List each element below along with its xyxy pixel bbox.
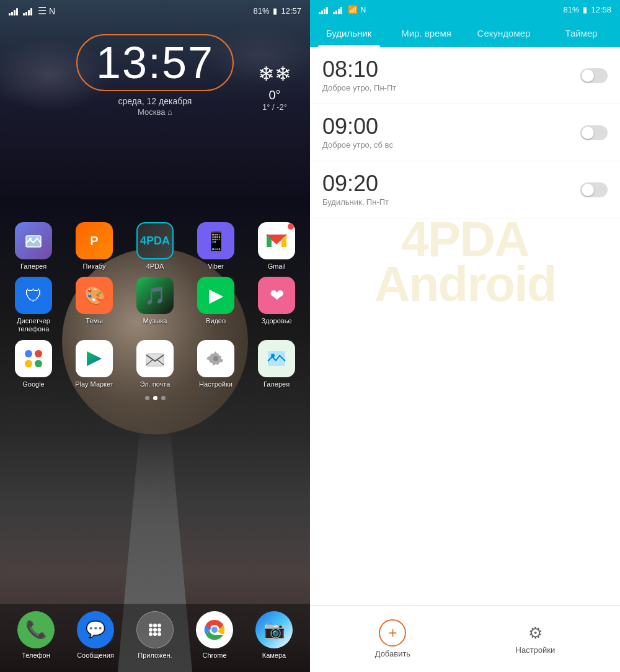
alarm-toggle-1[interactable] (580, 68, 608, 83)
tab-timer[interactable]: Таймер (542, 19, 620, 47)
app-item-google[interactable]: Google (6, 340, 61, 388)
weather-range: 1° / -2° (258, 102, 291, 112)
app-grid: Галерея P Пикабу 4PDA 4PDA 📱 Viber (0, 222, 310, 388)
bottom-dock: 📞 Телефон 💬 Сообщения (0, 604, 310, 672)
clock-time: 13:57 (96, 40, 214, 85)
tab-stopwatch[interactable]: Секундомер (465, 19, 542, 47)
right-battery-icon: ▮ (583, 5, 587, 14)
alarm-label-2: Доброе утро, сб вс (322, 140, 580, 150)
play-label: Play Маркет (75, 380, 113, 388)
add-icon: + (379, 619, 406, 647)
gmail-icon (258, 222, 295, 259)
alarm-info-3: 09:20 Будильник, Пн-Пт (322, 172, 580, 207)
gmail-label: Gmail (268, 262, 286, 271)
weather-temp: 0° (258, 88, 291, 102)
tab-alarm[interactable]: Будильник (310, 19, 388, 47)
app-item-settings[interactable]: Настройки (188, 340, 243, 388)
app-item-temy[interactable]: 🎨 Темы (67, 277, 122, 333)
settings-label: Настройки (199, 380, 232, 388)
alarm-toggle-2[interactable] (580, 125, 608, 140)
signal-bars (9, 7, 18, 16)
4pda-icon: 4PDA (136, 222, 174, 259)
right-signal-bars-2 (333, 6, 342, 14)
svg-point-2 (29, 238, 32, 240)
tab-world[interactable]: Мир. время (388, 19, 465, 47)
app-item-gallery[interactable]: Галерея (6, 222, 61, 271)
app-item-video[interactable]: ▶ Видео (188, 277, 243, 333)
right-time: 12:58 (591, 5, 611, 14)
svg-point-16 (213, 356, 218, 361)
add-alarm-button[interactable]: + Добавить (356, 614, 429, 663)
svg-rect-11 (146, 354, 164, 366)
battery-level: 81% (253, 6, 269, 16)
dock-camera[interactable]: 📷 Камера (255, 611, 293, 660)
dock-phone[interactable]: 📞 Телефон (17, 611, 55, 660)
weather-widget: ❄❄ 0° 1° / -2° (258, 62, 291, 112)
watermark: 4PDAAndroid (310, 217, 620, 307)
phone-icon: 📞 (17, 611, 55, 648)
app-item-dispetcher[interactable]: 🛡 Диспетчер телефона (6, 277, 61, 333)
right-nfc-icon: N (360, 5, 366, 14)
app-item-play[interactable]: Play Маркет (67, 340, 122, 388)
weather-icon: ❄❄ (258, 62, 291, 86)
nfc-icon: N (49, 6, 55, 16)
muzyka-label: Музыка (143, 317, 167, 325)
chrome-icon (196, 611, 233, 648)
video-icon: ▶ (197, 277, 234, 314)
right-battery: 81% (563, 5, 579, 14)
alarm-time-1: 08:10 (322, 58, 580, 81)
clock-oval: 13:57 (76, 34, 234, 91)
app-item-muzyka[interactable]: 🎵 Музыка (128, 277, 182, 333)
app-item-gmail[interactable]: Gmail (249, 222, 304, 271)
app-item-galereya2[interactable]: Галерея (249, 340, 304, 388)
right-signal-bars (319, 6, 328, 14)
left-status-bar: ☰ N 81% ▮ 12:57 (0, 0, 310, 22)
dot-3 (161, 396, 166, 400)
app-item-viber[interactable]: 📱 Viber (188, 222, 243, 271)
phone-label: Телефон (22, 652, 50, 660)
alarm-time-3: 09:20 (322, 172, 580, 195)
alarm-item-3[interactable]: 09:20 Будильник, Пн-Пт (310, 161, 620, 218)
alarm-item-1[interactable]: 08:10 Доброе утро, Пн-Пт (310, 47, 620, 104)
app-item-4pda[interactable]: 4PDA 4PDA (128, 222, 182, 271)
settings-gear-icon: ⚙ (528, 624, 542, 643)
left-panel: ☰ N 81% ▮ 12:57 13:57 среда, 12 декабря … (0, 0, 310, 672)
apps-label: Приложен. (138, 652, 172, 660)
muzyka-icon: 🎵 (136, 277, 174, 314)
svg-point-18 (271, 354, 275, 357)
settings-button[interactable]: ⚙ Настройки (497, 619, 574, 660)
right-status-right: 81% ▮ 12:58 (563, 5, 611, 14)
svg-point-6 (35, 350, 42, 357)
galereya2-icon (258, 340, 295, 377)
svg-point-21 (157, 624, 161, 627)
app-item-zdorovye[interactable]: ❤ Здоровье (249, 277, 304, 333)
app-item-email[interactable]: Эл. почта (128, 340, 182, 388)
dispetcher-label: Диспетчер телефона (6, 317, 61, 333)
camera-label: Камера (262, 652, 286, 660)
watermark-text: 4PDAAndroid (310, 217, 620, 307)
gallery-icon (15, 222, 52, 259)
app-item-pikabo[interactable]: P Пикабу (67, 222, 122, 271)
svg-point-30 (211, 627, 218, 633)
email-label: Эл. почта (140, 380, 170, 388)
clock-app-tabs: Будильник Мир. время Секундомер Таймер (310, 19, 620, 47)
video-label: Видео (206, 317, 226, 325)
alarm-item-2[interactable]: 09:00 Доброе утро, сб вс (310, 104, 620, 161)
dock-messages[interactable]: 💬 Сообщения (77, 611, 114, 660)
alarm-label-3: Будильник, Пн-Пт (322, 197, 580, 207)
svg-point-19 (149, 624, 153, 627)
camera-icon: 📷 (255, 611, 293, 648)
dock-apps[interactable]: Приложен. (136, 611, 174, 660)
messages-icon: 💬 (77, 611, 114, 648)
svg-point-25 (149, 632, 153, 636)
dot-1 (145, 396, 149, 400)
gmail-badge (288, 223, 294, 230)
clock-status: 12:57 (281, 6, 301, 16)
dock-chrome[interactable]: Chrome (196, 611, 233, 660)
signal-bars-2 (23, 7, 32, 16)
alarm-time-2: 09:00 (322, 115, 580, 138)
alarm-info-2: 09:00 Доброе утро, сб вс (322, 115, 580, 150)
pikabo-label: Пикабу (83, 262, 106, 271)
svg-point-5 (25, 350, 32, 357)
alarm-toggle-3[interactable] (580, 182, 608, 197)
